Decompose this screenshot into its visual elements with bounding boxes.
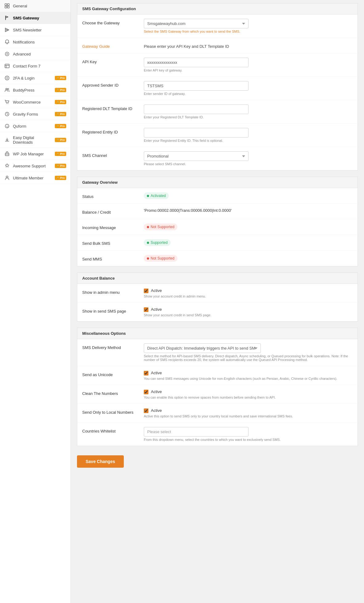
sidebar-item-woocommerce[interactable]: WooCommerce Pro xyxy=(0,96,71,108)
entity-id-row: Registered Entity ID Enter your Register… xyxy=(77,124,358,147)
send-sms-row: Show in send SMS page Active Show your a… xyxy=(77,303,358,321)
pro-badge: Pro xyxy=(55,88,66,92)
gateway-overview-section: Gateway Overview Status Activated Balanc… xyxy=(77,177,358,266)
send-sms-label: Show in send SMS page xyxy=(82,307,144,314)
misc-options-title: Miscellaneous Options xyxy=(77,328,358,339)
bulk-sms-row: Send Bulk SMS Supported xyxy=(77,235,358,251)
incoming-label: Incoming Message xyxy=(82,224,144,230)
api-key-input[interactable] xyxy=(144,58,249,67)
unicode-wrap: Active You can send SMS messages using U… xyxy=(144,371,353,380)
sidebar-item-awesome-support[interactable]: Awesome Support Pro xyxy=(0,160,71,172)
delivery-method-select[interactable]: Direct API Dispatch: Immediately trigger… xyxy=(144,343,261,353)
sidebar-item-label: Notifications xyxy=(13,40,35,44)
sms-channel-hint: Please select SMS channel. xyxy=(144,162,353,166)
unicode-row: Send as Unicode Active You can send SMS … xyxy=(77,366,358,385)
clean-numbers-checkbox[interactable] xyxy=(144,390,148,394)
local-numbers-label: Send Only to Local Numbers xyxy=(82,408,144,415)
approved-sender-wrap: Enter sender ID of gateway. xyxy=(144,81,353,96)
dlt-template-input[interactable] xyxy=(144,105,249,114)
entity-id-hint: Enter your Registered Entity ID. This fi… xyxy=(144,139,353,142)
sms-channel-label: SMS Channel xyxy=(82,151,144,158)
sidebar-item-buddypress[interactable]: BuddyPress Pro xyxy=(0,84,71,96)
unicode-checkbox[interactable] xyxy=(144,371,148,375)
mms-wrap: Not Supported xyxy=(144,255,353,262)
dlt-template-row: Registered DLT Template ID Enter your Re… xyxy=(77,100,358,124)
status-badge: Activated xyxy=(144,192,169,199)
api-key-wrap: Enter API key of gateway. xyxy=(144,58,353,72)
sidebar-item-quform[interactable]: Q Quform Pro xyxy=(0,120,71,132)
sidebar-item-contact-form-7[interactable]: Contact Form 7 xyxy=(0,60,71,72)
gateway-config-section: SMS Gateway Configuration Choose the Gat… xyxy=(77,3,358,170)
wp-icon xyxy=(4,75,10,81)
approved-sender-input[interactable] xyxy=(144,81,249,91)
pro-badge: Pro xyxy=(55,124,66,128)
sidebar-item-gravity-forms[interactable]: Gravity Forms Pro xyxy=(0,108,71,120)
gateway-guide-label[interactable]: Gateway Guide xyxy=(82,42,144,49)
choose-gateway-select[interactable]: Smsgatewayhub.com xyxy=(144,19,249,28)
unicode-label: Send as Unicode xyxy=(82,371,144,377)
entity-id-input[interactable] xyxy=(144,128,249,137)
status-row: Status Activated xyxy=(77,188,358,204)
clean-numbers-wrap: Active You can enable this option to rem… xyxy=(144,389,353,399)
admin-menu-active: Active xyxy=(151,288,162,293)
delivery-method-row: SMS Delivery Method Direct API Dispatch:… xyxy=(77,339,358,366)
svg-point-16 xyxy=(6,176,8,178)
incoming-badge: Not Supported xyxy=(144,224,177,230)
gateway-guide-wrap: Please enter your API Key and DLT Templa… xyxy=(144,42,353,49)
unicode-hint: You can send SMS messages using Unicode … xyxy=(144,377,353,380)
sidebar-item-label: General xyxy=(13,4,27,8)
admin-menu-row: Show in admin menu Active Show your acco… xyxy=(77,284,358,303)
choose-gateway-row: Choose the Gateway Smsgatewayhub.com Sel… xyxy=(77,14,358,38)
admin-menu-label: Show in admin menu xyxy=(82,288,144,295)
sms-channel-wrap: Promotional Transactional International … xyxy=(144,151,353,166)
admin-menu-hint: Show your account credit in admin menu. xyxy=(144,294,353,298)
user-shield-icon xyxy=(4,175,10,181)
status-value: Activated xyxy=(151,194,166,198)
svg-point-9 xyxy=(8,88,9,90)
svg-rect-3 xyxy=(7,6,9,8)
sidebar-item-general[interactable]: General xyxy=(0,0,71,12)
mms-row: Send MMS Not Supported xyxy=(77,251,358,266)
sidebar-item-label: Quform xyxy=(13,124,26,129)
sidebar-item-label: Contact Form 7 xyxy=(13,64,41,68)
sidebar-item-2fa-login[interactable]: 2FA & Login Pro xyxy=(0,72,71,84)
flag-icon xyxy=(4,15,10,21)
pro-badge: Pro xyxy=(55,100,66,104)
save-changes-button[interactable]: Save Changes xyxy=(77,455,124,468)
whitelist-select[interactable]: Please select xyxy=(144,427,249,437)
local-numbers-row: Send Only to Local Numbers Active Active… xyxy=(77,404,358,423)
admin-menu-checkbox-row: Active xyxy=(144,288,353,293)
mms-badge: Not Supported xyxy=(144,255,177,262)
svg-point-11 xyxy=(8,103,8,104)
send-sms-wrap: Active Show your account credit in send … xyxy=(144,307,353,317)
send-sms-checkbox-row: Active xyxy=(144,307,353,312)
sidebar-item-easy-digital-downloads[interactable]: Easy Digital Downloads Pro xyxy=(0,132,71,148)
status-dot xyxy=(147,195,149,197)
choose-gateway-hint: Select the SMS Gateway from which you wa… xyxy=(144,30,353,33)
entity-id-label: Registered Entity ID xyxy=(82,128,144,134)
api-key-hint: Enter API key of gateway. xyxy=(144,68,353,72)
sidebar-item-sms-newsletter[interactable]: SMS Newsletter xyxy=(0,24,71,36)
sidebar-item-label: SMS Gateway xyxy=(13,16,39,20)
send-sms-checkbox[interactable] xyxy=(144,307,148,312)
sidebar-item-advanced[interactable]: Advanced xyxy=(0,48,71,60)
mms-dot xyxy=(147,257,149,260)
sidebar-item-label: Easy Digital Downloads xyxy=(13,135,55,145)
bulk-sms-label: Send Bulk SMS xyxy=(82,239,144,246)
sidebar-item-wp-job-manager[interactable]: WP Job Manager Pro xyxy=(0,148,71,160)
sidebar-item-notifications[interactable]: Notifications xyxy=(0,36,71,48)
sms-channel-select[interactable]: Promotional Transactional International xyxy=(144,151,249,161)
send-sms-hint: Show your account credit in send SMS pag… xyxy=(144,313,353,317)
grid-icon xyxy=(4,3,10,9)
main-content: SMS Gateway Configuration Choose the Gat… xyxy=(71,0,364,603)
local-numbers-checkbox[interactable] xyxy=(144,408,148,413)
svg-text:Q: Q xyxy=(6,125,8,128)
svg-rect-2 xyxy=(5,6,7,8)
bell-icon xyxy=(4,39,10,45)
sidebar-item-sms-gateway[interactable]: SMS Gateway xyxy=(0,12,71,24)
briefcase-icon xyxy=(4,151,10,157)
sidebar-item-label: 2FA & Login xyxy=(13,76,34,80)
sidebar-item-ultimate-member[interactable]: Ultimate Member Pro xyxy=(0,172,71,184)
admin-menu-checkbox[interactable] xyxy=(144,289,148,293)
clean-numbers-row: Clean The Numbers Active You can enable … xyxy=(77,385,358,404)
